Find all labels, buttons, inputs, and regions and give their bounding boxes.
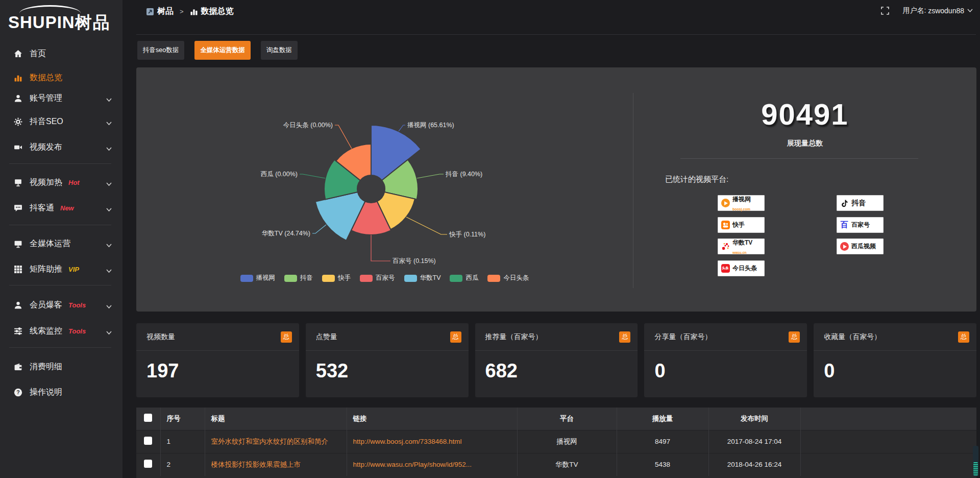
sidebar-item-video-publish[interactable]: 视频发布 — [0, 138, 122, 156]
legend-label: 抖音 — [300, 274, 313, 282]
sidebar-item-label: 首页 — [30, 49, 46, 59]
sidebar-item-label: 抖客通 — [30, 203, 54, 213]
sidebar-item-label: 视频加热 — [30, 177, 62, 188]
breadcrumb-current[interactable]: 数据总览 — [201, 6, 234, 17]
videos-table: 序号 标题 链接 平台 播放量 发布时间 1 室外水纹灯和室内水纹灯的区别和简介… — [136, 408, 976, 478]
total-toggle-badge[interactable]: 总 — [450, 331, 461, 343]
sidebar-item-omni-media[interactable]: 全媒体运营 — [0, 234, 122, 253]
username-value[interactable]: zswodun88 — [928, 7, 964, 15]
platform-badge-douyin: 抖音 — [837, 195, 884, 211]
cell-platform: 华数TV — [517, 453, 617, 476]
video-title-link[interactable]: 室外水纹灯和室内水纹灯的区别和简介 — [211, 437, 340, 446]
breadcrumb-separator: > — [180, 8, 184, 15]
bar-chart-icon — [190, 8, 198, 16]
legend-item-快手[interactable]: 快手 — [322, 274, 351, 282]
sidebar-item-label: 操作说明 — [30, 387, 62, 398]
screen-icon — [13, 178, 22, 187]
stat-value: 197 — [146, 360, 179, 382]
legend-item-播视网[interactable]: 播视网 — [240, 274, 276, 282]
baijiahao-icon: 百 — [840, 221, 849, 230]
chevron-down-icon — [106, 328, 112, 334]
summary-divider — [680, 158, 918, 159]
sidebar-item-home[interactable]: 首页 — [0, 44, 122, 63]
monitor-icon — [13, 239, 22, 248]
sidebar-item-matrix-boost[interactable]: 矩阵助推 VIP — [0, 260, 122, 278]
sidebar-item-spend-detail[interactable]: 消费明细 — [0, 357, 122, 376]
row-checkbox[interactable] — [144, 437, 152, 445]
select-all-checkbox[interactable] — [144, 414, 152, 422]
chevron-down-icon[interactable] — [967, 9, 973, 13]
sidebar-item-help[interactable]: ? 操作说明 — [0, 383, 122, 401]
col-plays: 播放量 — [617, 408, 708, 430]
boosj-icon — [721, 199, 730, 208]
sidebar-item-douketong[interactable]: 抖客通 New — [0, 199, 122, 217]
pie-label: 华数TV (24.74%) — [262, 230, 310, 237]
video-url-link[interactable]: http://www.wasu.cn/Play/show/id/952... — [353, 461, 511, 468]
brand-logo: SHUPIN树品 — [8, 5, 115, 33]
total-toggle-badge[interactable]: 总 — [281, 331, 292, 343]
legend-swatch — [360, 275, 373, 282]
breadcrumb-root[interactable]: 树品 — [157, 6, 174, 17]
pie-label: 播视网 (65.61%) — [407, 122, 454, 129]
sidebar-item-member-leads[interactable]: 会员爆客 Tools — [0, 296, 122, 314]
chart-legend: 播视网抖音快手百家号华数TV西瓜今日头条 — [136, 274, 633, 282]
sidebar-divider — [9, 225, 111, 225]
douyin-icon — [840, 199, 849, 208]
sidebar-item-douyin-seo[interactable]: 抖音SEO — [0, 112, 122, 131]
stat-card-video-count: 视频数量总 197 — [136, 323, 299, 397]
username-prefix: 用户名: — [902, 6, 926, 15]
legend-swatch — [284, 275, 297, 282]
sidebar-item-label: 消费明细 — [30, 362, 62, 372]
sidebar-item-video-heat[interactable]: 视频加热 Hot — [0, 173, 122, 192]
table-header-row: 序号 标题 链接 平台 播放量 发布时间 — [136, 408, 976, 430]
row-checkbox[interactable] — [144, 460, 152, 468]
sidebar-item-label: 会员爆客 — [30, 300, 62, 310]
legend-item-华数TV[interactable]: 华数TV — [404, 274, 441, 282]
fullscreen-icon[interactable] — [881, 7, 889, 15]
pie-label-line — [406, 217, 447, 234]
xigua-icon — [840, 242, 849, 251]
table-row: 2 楼体投影灯投影效果震撼上市 http://www.wasu.cn/Play/… — [136, 453, 976, 476]
user-icon — [13, 93, 22, 103]
legend-swatch — [450, 275, 462, 282]
legend-item-百家号[interactable]: 百家号 — [360, 274, 395, 282]
total-toggle-badge[interactable]: 总 — [958, 331, 969, 343]
total-toggle-badge[interactable]: 总 — [619, 331, 630, 343]
platform-badge-baijiahao: 百 百家号 — [837, 217, 884, 233]
platforms-title: 已统计的视频平台: — [665, 175, 728, 184]
legend-item-抖音[interactable]: 抖音 — [284, 274, 313, 282]
chevron-down-icon — [106, 144, 112, 150]
video-title-link[interactable]: 楼体投影灯投影效果震撼上市 — [211, 460, 340, 469]
col-platform: 平台 — [517, 408, 617, 430]
question-circle-icon: ? — [13, 388, 22, 397]
bar-chart-icon — [13, 73, 22, 82]
scrollbar-thumb[interactable] — [973, 462, 978, 475]
legend-item-西瓜[interactable]: 西瓜 — [450, 274, 478, 282]
chart-panel: 播视网 (65.61%)抖音 (9.40%)快手 (0.11%)百家号 (0.1… — [136, 67, 976, 312]
scrollbar[interactable] — [973, 446, 978, 476]
cell-platform: 播视网 — [517, 430, 617, 453]
new-badge: New — [60, 204, 74, 212]
stat-card-likes: 点赞量总 532 — [306, 323, 469, 397]
total-impressions-value: 90491 — [633, 97, 976, 131]
chevron-down-icon — [106, 241, 112, 247]
chevron-down-icon — [106, 302, 112, 308]
sidebar-item-label: 数据总览 — [30, 73, 62, 83]
wallet-icon — [13, 362, 22, 371]
sidebar-item-data-overview[interactable]: 数据总览 — [0, 68, 122, 87]
sidebar-item-lead-monitor[interactable]: 线索监控 Tools — [0, 322, 122, 340]
tab-inquiry-data[interactable]: 询盘数据 — [261, 41, 298, 60]
person-icon — [13, 300, 22, 309]
tab-omni-media-data[interactable]: 全媒体运营数据 — [194, 41, 251, 60]
sidebar-divider — [9, 347, 111, 348]
stat-value: 0 — [824, 360, 835, 382]
tab-douyin-seo-data[interactable]: 抖音seo数据 — [137, 41, 184, 60]
video-url-link[interactable]: http://www.boosj.com/7338468.html — [353, 438, 511, 445]
top-bar: 树品 > 数据总览 用户名: zswodun88 — [122, 0, 980, 35]
sidebar-item-account-mgmt[interactable]: 账号管理 — [0, 89, 122, 107]
total-toggle-badge[interactable]: 总 — [789, 331, 800, 343]
platform-badge-xigua: 西瓜视频 — [837, 238, 884, 254]
breadcrumb: 树品 > 数据总览 — [146, 6, 234, 17]
data-tabs: 抖音seo数据 全媒体运营数据 询盘数据 — [137, 41, 298, 60]
legend-item-今日头条[interactable]: 今日头条 — [487, 274, 529, 282]
